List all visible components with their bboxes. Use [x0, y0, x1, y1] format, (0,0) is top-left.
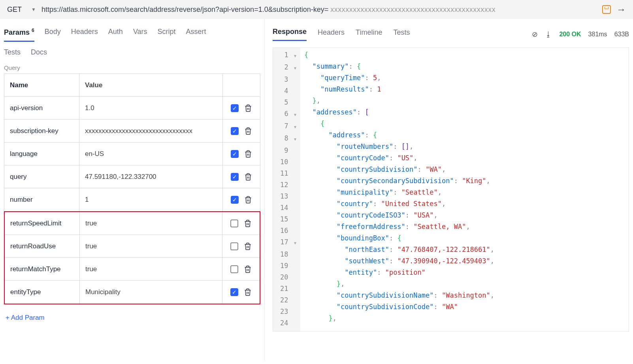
- tab-auth[interactable]: Auth: [108, 28, 123, 42]
- add-param-button[interactable]: + Add Param: [2, 304, 262, 331]
- param-actions: ✓: [223, 165, 260, 188]
- tab-tests[interactable]: Tests: [393, 28, 410, 41]
- param-enabled-checkbox[interactable]: ✓: [231, 104, 239, 112]
- trash-icon[interactable]: [244, 195, 252, 204]
- send-button[interactable]: →: [616, 4, 626, 15]
- param-value[interactable]: en-US: [79, 143, 223, 165]
- url-masked: xxxxxxxxxxxxxxxxxxxxxxxxxxxxxxxxxxxxxxxx…: [330, 6, 495, 13]
- request-tabs: Params 6 Body Headers Auth Vars Script A…: [2, 19, 262, 42]
- col-header-actions: [223, 74, 260, 96]
- trash-icon[interactable]: [244, 242, 252, 251]
- param-enabled-checkbox[interactable]: [230, 220, 238, 227]
- request-subtabs: Tests Docs: [2, 42, 262, 56]
- tab-headers[interactable]: Headers: [71, 28, 98, 42]
- param-name[interactable]: returnSpeedLimit: [5, 212, 80, 235]
- tab-response[interactable]: Response: [273, 28, 307, 41]
- param-actions: ✓: [223, 97, 260, 119]
- chevron-down-icon: ▼: [31, 7, 36, 12]
- response-tabs: Response Headers Timeline Tests ⊘ ⭳ 200 …: [273, 19, 633, 41]
- param-name[interactable]: number: [4, 188, 79, 211]
- trash-icon[interactable]: [244, 150, 252, 158]
- tab-script[interactable]: Script: [158, 28, 176, 42]
- param-name[interactable]: query: [4, 165, 79, 188]
- param-value[interactable]: true: [80, 235, 222, 257]
- param-name[interactable]: entityType: [5, 281, 80, 304]
- param-name[interactable]: returnMatchType: [5, 258, 80, 280]
- param-name[interactable]: subscription-key: [4, 120, 79, 142]
- code-content: { "summary": { "queryTime": 5, "numResul…: [300, 48, 498, 331]
- param-row: subscription-keyxxxxxxxxxxxxxxxxxxxxxxxx…: [4, 120, 260, 143]
- response-panel: Response Headers Timeline Tests ⊘ ⭳ 200 …: [265, 19, 633, 361]
- param-enabled-checkbox[interactable]: ✓: [230, 288, 238, 296]
- param-actions: ✓: [223, 143, 260, 165]
- url-input[interactable]: https://atlas.microsoft.com/search/addre…: [41, 6, 597, 14]
- trash-icon[interactable]: [244, 265, 252, 274]
- download-icon[interactable]: ⭳: [545, 30, 552, 39]
- param-actions: ✓: [223, 120, 260, 142]
- param-row: api-version1.0✓: [4, 97, 260, 120]
- param-enabled-checkbox[interactable]: ✓: [231, 173, 239, 181]
- param-name[interactable]: api-version: [4, 97, 79, 119]
- subtab-tests[interactable]: Tests: [4, 48, 21, 56]
- param-row: returnRoadUsetrue: [5, 235, 260, 258]
- response-body[interactable]: 1 ▼ 2 ▼ 3 4 5 6 ▼ 7 ▼ 8 ▼ 9 10 11 12 13 …: [273, 47, 629, 332]
- param-value[interactable]: 47.591180,-122.332700: [79, 165, 223, 188]
- trash-icon[interactable]: [244, 104, 252, 113]
- param-value[interactable]: true: [80, 212, 222, 235]
- clear-icon[interactable]: ⊘: [532, 30, 538, 39]
- param-actions: [222, 212, 260, 235]
- tab-body[interactable]: Body: [45, 28, 61, 42]
- param-value[interactable]: xxxxxxxxxxxxxxxxxxxxxxxxxxxxxxxx: [79, 120, 223, 142]
- param-enabled-checkbox[interactable]: ✓: [231, 150, 239, 158]
- param-enabled-checkbox[interactable]: [230, 242, 238, 250]
- tab-vars[interactable]: Vars: [133, 28, 147, 42]
- param-actions: [222, 258, 260, 280]
- save-icon[interactable]: [602, 5, 611, 14]
- param-enabled-checkbox[interactable]: ✓: [231, 196, 239, 204]
- param-row: number1✓: [4, 188, 260, 211]
- param-row: returnMatchTypetrue: [5, 258, 260, 281]
- request-panel: Params 6 Body Headers Auth Vars Script A…: [0, 19, 265, 361]
- param-row: returnSpeedLimittrue: [5, 212, 260, 235]
- param-value[interactable]: true: [80, 258, 222, 280]
- param-row: entityTypeMunicipality✓: [5, 281, 260, 304]
- subtab-docs[interactable]: Docs: [31, 48, 47, 56]
- http-method-select[interactable]: GET ▼: [7, 6, 36, 14]
- param-enabled-checkbox[interactable]: [230, 265, 238, 273]
- tab-assert[interactable]: Assert: [186, 28, 206, 42]
- param-actions: ✓: [223, 188, 260, 211]
- response-time: 381ms: [588, 31, 607, 38]
- param-row: languageen-US✓: [4, 143, 260, 165]
- trash-icon[interactable]: [244, 173, 252, 181]
- tab-response-headers[interactable]: Headers: [318, 28, 345, 41]
- param-value[interactable]: 1: [79, 188, 223, 211]
- http-method-label: GET: [7, 6, 22, 14]
- trash-icon[interactable]: [244, 219, 252, 228]
- param-row: query47.591180,-122.332700✓: [4, 165, 260, 188]
- line-gutter: 1 ▼ 2 ▼ 3 4 5 6 ▼ 7 ▼ 8 ▼ 9 10 11 12 13 …: [273, 48, 300, 331]
- url-plain: https://atlas.microsoft.com/search/addre…: [41, 6, 328, 13]
- status-code: 200 OK: [559, 31, 581, 38]
- param-name[interactable]: returnRoadUse: [5, 235, 80, 257]
- param-actions: ✓: [222, 281, 260, 304]
- url-bar: GET ▼ https://atlas.microsoft.com/search…: [0, 0, 633, 19]
- param-value[interactable]: 1.0: [79, 97, 223, 119]
- param-name[interactable]: language: [4, 143, 79, 165]
- tab-timeline[interactable]: Timeline: [356, 28, 382, 41]
- param-table: Name Value api-version1.0✓subscription-k…: [4, 73, 260, 212]
- col-header-value: Value: [79, 74, 223, 96]
- tab-params[interactable]: Params 6: [4, 28, 34, 42]
- param-table-header: Name Value: [4, 74, 260, 97]
- highlighted-param-group: returnSpeedLimittruereturnRoadUsetrueret…: [4, 211, 260, 304]
- query-section-label: Query: [2, 56, 262, 73]
- trash-icon[interactable]: [244, 127, 252, 135]
- param-value[interactable]: Municipality: [80, 281, 222, 304]
- param-enabled-checkbox[interactable]: ✓: [231, 127, 239, 135]
- response-size: 633B: [614, 31, 629, 38]
- trash-icon[interactable]: [244, 288, 252, 296]
- param-actions: [222, 235, 260, 257]
- col-header-name: Name: [4, 74, 79, 96]
